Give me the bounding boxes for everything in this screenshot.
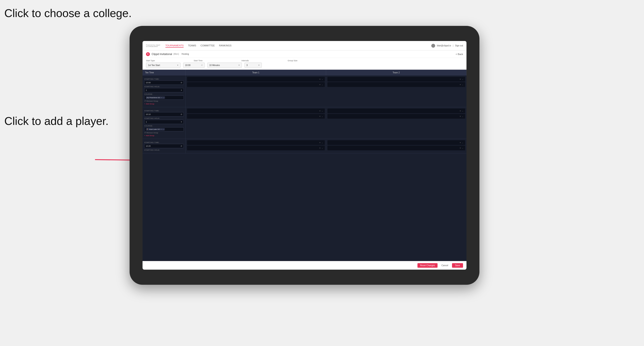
slot-chevron-3-1[interactable]: ⌄	[322, 110, 323, 112]
slot-chevron-1-1[interactable]: ⌄	[322, 78, 323, 80]
tablet-frame: Powered by clippd SCOREBOARD TOURNAMENTS…	[130, 26, 480, 285]
player-slot-4-1[interactable]: ✕ ⌄	[328, 109, 465, 113]
table-header-team2: Team 2	[326, 70, 466, 75]
start-type-select[interactable]: 1st Tee Start ▼	[146, 63, 180, 68]
starting-hole-label-2: STARTING HOLE:	[144, 117, 184, 119]
slot-chevron-2-2[interactable]: ⌄	[462, 84, 464, 86]
starting-time-input-2[interactable]: 10:10 ⏱	[144, 112, 184, 117]
add-group-btn-1[interactable]: + Add Group	[144, 102, 184, 105]
save-button[interactable]: Save	[452, 263, 463, 268]
table-header-team1: Team 1	[186, 70, 326, 75]
course-tag-1: (A) Peachtree GC × ⌄	[146, 96, 165, 99]
player-slot-2-1[interactable]: ✕ ⌄	[328, 77, 465, 82]
team1-slots-3: ✕ ⌄ ✕ ⌄	[186, 139, 326, 153]
course-label-2: COURSE:	[144, 125, 184, 127]
remove-group-btn-2[interactable]: ↺ Remove Group	[144, 131, 184, 134]
course-tag-input-2[interactable]: 🏌 East Lake GC × ⌄	[144, 127, 184, 131]
slot-chevron-2-1[interactable]: ⌄	[462, 78, 464, 80]
nav-link-teams[interactable]: TEAMS	[188, 44, 196, 48]
slot-chevron-1-2[interactable]: ⌄	[322, 84, 323, 86]
team1-slots-1: ✕ ⌄ ✕ ⌄	[186, 75, 326, 107]
slot-chevron-4-1[interactable]: ⌄	[462, 110, 464, 112]
slot-chevron-5-2[interactable]: ⌄	[322, 147, 323, 149]
group-size-select[interactable]: 3 ▼	[244, 63, 262, 68]
group-size-chevron: ▼	[258, 64, 260, 66]
time-icon-2: ⏱	[180, 114, 182, 115]
annotation-add-player: Click to add a player.	[4, 114, 109, 128]
player-slot-3-1[interactable]: ✕ ⌄	[187, 109, 325, 113]
slot-x-2-1[interactable]: ✕	[460, 78, 461, 80]
sub-header-title: Clippd Invitational	[152, 53, 172, 56]
nav-signout[interactable]: Sign out	[455, 44, 463, 47]
controls-labels: Start Type Start Time Intervals Group Si…	[146, 59, 463, 62]
starting-time-label-1: STARTING TIME:	[144, 78, 184, 80]
starting-time-input-3[interactable]: 10:20 ⏱	[144, 144, 184, 148]
player-slot-6-1[interactable]: ✕ ⌄	[328, 140, 465, 145]
tablet-screen: Powered by clippd SCOREBOARD TOURNAMENTS…	[142, 41, 466, 270]
slot-chevron-3-2[interactable]: ⌄	[322, 115, 323, 117]
slot-chevron-6-1[interactable]: ⌄	[462, 142, 464, 144]
slot-x-3-2[interactable]: ✕	[319, 115, 321, 117]
sub-header-tag: (Men)	[174, 53, 179, 55]
slot-x-3-1[interactable]: ✕	[319, 110, 321, 112]
course-tag-2: 🏌 East Lake GC × ⌄	[146, 128, 165, 131]
slot-x-6-2[interactable]: ✕	[460, 147, 461, 149]
course-tag-remove-1[interactable]: ×	[161, 97, 162, 99]
reset-button[interactable]: Reset Changes	[418, 263, 438, 268]
slot-x-2-2[interactable]: ✕	[460, 84, 461, 86]
course-tag-remove-2[interactable]: ×	[161, 128, 162, 130]
nav-logo: Powered by clippd SCOREBOARD	[146, 44, 160, 47]
group-size-label: Group Size	[288, 59, 298, 62]
slot-x-1-2[interactable]: ✕	[319, 84, 321, 86]
team2-slots-1: ✕ ⌄ ✕ ⌄	[326, 75, 466, 107]
course-tag-chevron-1: ⌄	[162, 97, 164, 99]
slot-chevron-6-2[interactable]: ⌄	[462, 147, 464, 149]
course-tag-input-1[interactable]: (A) Peachtree GC × ⌄	[144, 96, 184, 100]
footer-bar: Reset Changes Cancel Save	[142, 261, 466, 270]
add-group-btn-2[interactable]: + Add Group	[144, 134, 184, 137]
player-slot-6-2[interactable]: ✕ ⌄	[328, 146, 465, 150]
nav-link-committee[interactable]: COMMITTEE	[200, 44, 215, 48]
start-time-label: Start Time	[194, 59, 202, 62]
cancel-button[interactable]: Cancel	[439, 263, 450, 268]
annotation-choose-college: Click to choose a college.	[4, 6, 132, 20]
player-slot-2-2[interactable]: ✕ ⌄	[328, 82, 465, 87]
nav-link-tournaments[interactable]: TOURNAMENTS	[166, 44, 184, 48]
remove-group-btn-1[interactable]: ↺ Remove Group	[144, 100, 184, 102]
starting-hole-input-1[interactable]: 1 ▼	[144, 88, 184, 92]
slot-chevron-4-2[interactable]: ⌄	[462, 115, 464, 117]
player-slot-5-2[interactable]: ✕ ⌄	[187, 146, 325, 150]
slot-x-5-1[interactable]: ✕	[319, 142, 321, 144]
course-label-1: COURSE:	[144, 93, 184, 95]
intervals-select[interactable]: 10 Minutes ▼	[207, 63, 242, 68]
player-slot-3-2[interactable]: ✕ ⌄	[187, 114, 325, 119]
slot-x-5-2[interactable]: ✕	[319, 147, 321, 149]
nav-link-rankings[interactable]: RANKINGS	[219, 44, 231, 48]
slot-x-6-1[interactable]: ✕	[460, 142, 461, 144]
time-icon-3: ⏱	[180, 145, 182, 147]
player-slot-1-2[interactable]: ✕ ⌄	[187, 82, 325, 87]
slot-chevron-5-1[interactable]: ⌄	[322, 142, 323, 144]
start-time-input[interactable]: 10:00 ⏱	[183, 63, 205, 68]
starting-hole-label-1: STARTING HOLE:	[144, 86, 184, 88]
player-slot-1-1[interactable]: ✕ ⌄	[187, 77, 325, 82]
slot-x-1-1[interactable]: ✕	[319, 78, 321, 80]
player-slot-5-1[interactable]: ✕ ⌄	[187, 140, 325, 145]
group-row-2: STARTING TIME: 10:10 ⏱ STARTING HOLE: 1 …	[142, 107, 466, 139]
starting-hole-label-3: STARTING HOLE:	[144, 149, 184, 151]
hole-chevron-2: ▼	[180, 121, 182, 123]
starting-time-input-1[interactable]: 10:00 ⏱	[144, 80, 184, 85]
start-type-label: Start Type	[146, 59, 155, 62]
starting-hole-input-2[interactable]: 1 ▼	[144, 120, 184, 124]
slot-x-4-2[interactable]: ✕	[460, 115, 461, 117]
table-header-tee-time: Tee Time	[142, 70, 186, 75]
player-slot-4-2[interactable]: ✕ ⌄	[328, 114, 465, 119]
group-row-3: STARTING TIME: 10:20 ⏱ STARTING HOLE: ✕ …	[142, 139, 466, 153]
nav-avatar	[431, 44, 435, 48]
back-button[interactable]: < Back	[456, 53, 463, 55]
table-header: Tee Time Team 1 Team 2	[142, 70, 466, 75]
intervals-chevron: ▼	[238, 64, 240, 66]
slot-x-4-1[interactable]: ✕	[460, 110, 461, 112]
group-left-1: STARTING TIME: 10:00 ⏱ STARTING HOLE: 1 …	[142, 75, 186, 107]
nav-email: blair@clippd.io	[437, 44, 451, 47]
